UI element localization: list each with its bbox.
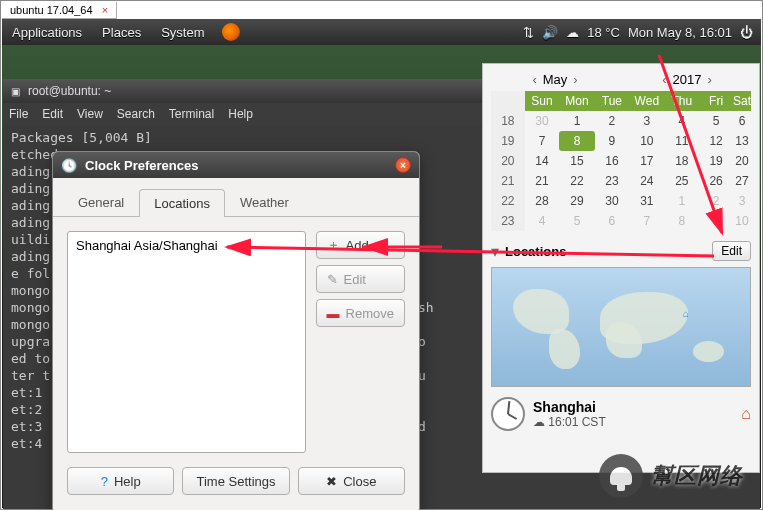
cal-day[interactable]: 1	[559, 111, 594, 131]
cal-day[interactable]: 8	[664, 211, 699, 231]
help-button[interactable]: ? Help	[67, 467, 174, 495]
cal-day[interactable]: 29	[559, 191, 594, 211]
cal-day[interactable]: 4	[664, 111, 699, 131]
clock-face-icon	[491, 397, 525, 431]
cal-day[interactable]: 21	[525, 171, 560, 191]
month-label: May	[543, 72, 568, 87]
cal-day[interactable]: 19	[699, 151, 733, 171]
power-icon[interactable]: ⏻	[740, 25, 753, 40]
cal-day[interactable]: 7	[525, 131, 560, 151]
home-marker-icon: ⌂	[683, 308, 689, 319]
pencil-icon: ✎	[327, 272, 338, 287]
cal-day[interactable]: 30	[525, 111, 560, 131]
cal-day[interactable]: 10	[733, 211, 751, 231]
cal-day[interactable]: 3	[733, 191, 751, 211]
locations-list[interactable]: Shanghai Asia/Shanghai	[67, 231, 306, 453]
cal-day[interactable]: 17	[629, 151, 664, 171]
term-menu-search[interactable]: Search	[117, 107, 155, 121]
weather-icon[interactable]: ☁	[566, 25, 579, 40]
expand-icon[interactable]: ▾	[491, 242, 499, 261]
clock-icon: 🕓	[61, 158, 77, 173]
menu-applications[interactable]: Applications	[2, 25, 92, 40]
cal-day[interactable]: 4	[525, 211, 560, 231]
time-settings-button[interactable]: Time Settings	[182, 467, 289, 495]
clock-text[interactable]: Mon May 8, 16:01	[628, 25, 732, 40]
mushroom-icon	[610, 467, 632, 485]
cal-day[interactable]: 20	[733, 151, 751, 171]
cal-day[interactable]: 25	[664, 171, 699, 191]
remove-button[interactable]: ▬ Remove	[316, 299, 405, 327]
vm-tab[interactable]: ubuntu 17.04_64 ×	[2, 2, 117, 19]
cal-day[interactable]: 3	[629, 111, 664, 131]
cal-day[interactable]: 27	[733, 171, 751, 191]
cal-day[interactable]: 7	[629, 211, 664, 231]
watermark-text: 幫区网络	[651, 461, 743, 491]
location-item[interactable]: Shanghai Asia/Shanghai	[72, 236, 301, 255]
world-map[interactable]: ⌂	[491, 267, 751, 387]
year-label: 2017	[673, 72, 702, 87]
cal-day[interactable]: 18	[664, 151, 699, 171]
locations-section-label: Locations	[505, 244, 566, 259]
cal-day[interactable]: 16	[595, 151, 630, 171]
term-menu-terminal[interactable]: Terminal	[169, 107, 214, 121]
cal-day[interactable]: 9	[595, 131, 630, 151]
top-panel: Applications Places System ⇅ 🔊 ☁ 18 °C M…	[2, 19, 761, 45]
network-icon[interactable]: ⇅	[523, 25, 534, 40]
cal-day[interactable]: 5	[559, 211, 594, 231]
term-menu-edit[interactable]: Edit	[42, 107, 63, 121]
locations-edit-button[interactable]: Edit	[712, 241, 751, 261]
desktop: Applications Places System ⇅ 🔊 ☁ 18 °C M…	[2, 19, 761, 508]
cal-day[interactable]: 13	[733, 131, 751, 151]
cal-day[interactable]: 28	[525, 191, 560, 211]
volume-icon[interactable]: 🔊	[542, 25, 558, 40]
firefox-icon[interactable]	[222, 23, 240, 41]
cal-day[interactable]: 23	[595, 171, 630, 191]
plus-icon: ＋	[327, 236, 340, 254]
tab-locations[interactable]: Locations	[139, 189, 225, 217]
menu-places[interactable]: Places	[92, 25, 151, 40]
cal-day[interactable]: 22	[559, 171, 594, 191]
tab-weather[interactable]: Weather	[225, 188, 304, 216]
cal-day[interactable]: 9	[699, 211, 733, 231]
term-menu-view[interactable]: View	[77, 107, 103, 121]
close-button[interactable]: ×	[395, 157, 411, 173]
minus-icon: ▬	[327, 306, 340, 321]
cal-day[interactable]: 24	[629, 171, 664, 191]
cal-day[interactable]: 11	[664, 131, 699, 151]
dialog-title: Clock Preferences	[85, 158, 198, 173]
cal-day[interactable]: 2	[699, 191, 733, 211]
x-icon: ✖	[326, 474, 337, 489]
cal-day[interactable]: 6	[733, 111, 751, 131]
close-dialog-button[interactable]: ✖ Close	[298, 467, 405, 495]
edit-button[interactable]: ✎ Edit	[316, 265, 405, 293]
city-label: Shanghai	[533, 399, 606, 415]
cal-day[interactable]: 6	[595, 211, 630, 231]
cal-day[interactable]: 15	[559, 151, 594, 171]
term-menu-file[interactable]: File	[9, 107, 28, 121]
close-icon[interactable]: ×	[102, 4, 108, 16]
next-month-button[interactable]: ›	[567, 72, 583, 87]
cal-day[interactable]: 2	[595, 111, 630, 131]
menu-system[interactable]: System	[151, 25, 214, 40]
term-menu-help[interactable]: Help	[228, 107, 253, 121]
cal-day[interactable]: 26	[699, 171, 733, 191]
cal-day[interactable]: 14	[525, 151, 560, 171]
weather-small-icon: ☁	[533, 415, 545, 429]
cal-day[interactable]: 5	[699, 111, 733, 131]
vm-tab-label: ubuntu 17.04_64	[10, 4, 93, 16]
calendar-grid[interactable]: SunMonTueWedThuFriSat1830123456197891011…	[491, 91, 751, 231]
terminal-title: root@ubuntu: ~	[28, 84, 111, 98]
cal-day[interactable]: 31	[629, 191, 664, 211]
home-icon[interactable]: ⌂	[741, 405, 751, 423]
prev-month-button[interactable]: ‹	[526, 72, 542, 87]
cal-day[interactable]: 1	[664, 191, 699, 211]
add-button[interactable]: ＋ Add	[316, 231, 405, 259]
cal-day[interactable]: 10	[629, 131, 664, 151]
terminal-icon: ▣	[11, 86, 20, 97]
next-year-button[interactable]: ›	[701, 72, 717, 87]
cal-day[interactable]: 30	[595, 191, 630, 211]
tab-general[interactable]: General	[63, 188, 139, 216]
cal-day[interactable]: 12	[699, 131, 733, 151]
cal-day[interactable]: 8	[559, 131, 594, 151]
prev-year-button[interactable]: ‹	[656, 72, 672, 87]
